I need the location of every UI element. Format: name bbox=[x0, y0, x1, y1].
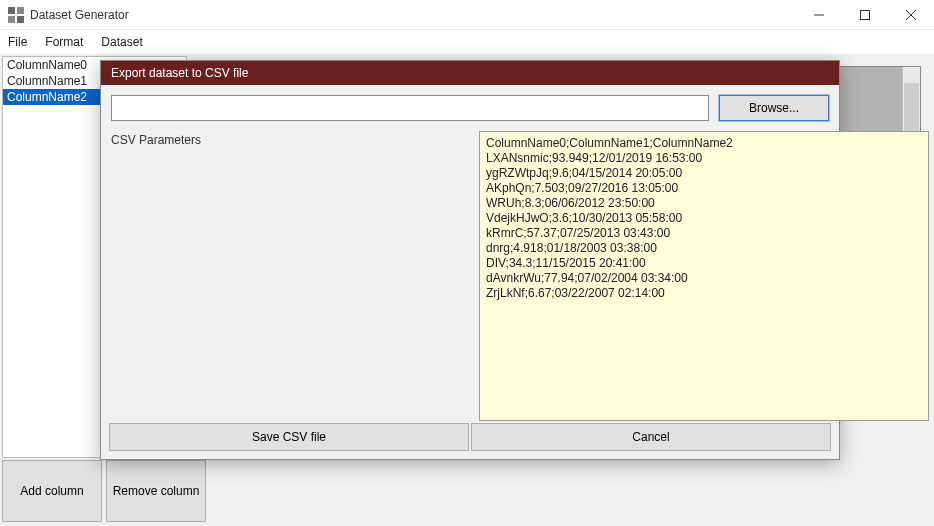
menu-dataset[interactable]: Dataset bbox=[101, 35, 142, 49]
file-path-input[interactable] bbox=[111, 95, 709, 121]
maximize-button[interactable] bbox=[842, 0, 888, 30]
close-button[interactable] bbox=[888, 0, 934, 30]
dialog-title: Export dataset to CSV file bbox=[101, 61, 839, 85]
csv-preview[interactable]: ColumnName0;ColumnName1;ColumnName2 LXAN… bbox=[479, 131, 929, 421]
app-icon bbox=[8, 7, 24, 23]
csv-parameters-label: CSV Parameters bbox=[111, 133, 201, 147]
cancel-button[interactable]: Cancel bbox=[471, 423, 831, 451]
menu-file[interactable]: File bbox=[8, 35, 27, 49]
title-bar: Dataset Generator bbox=[0, 0, 934, 30]
minimize-button[interactable] bbox=[796, 0, 842, 30]
save-csv-button[interactable]: Save CSV file bbox=[109, 423, 469, 451]
export-csv-dialog: Export dataset to CSV file Browse... CSV… bbox=[100, 60, 840, 460]
svg-rect-1 bbox=[861, 10, 870, 19]
window-title: Dataset Generator bbox=[30, 8, 796, 22]
menu-bar: File Format Dataset bbox=[0, 30, 934, 54]
menu-format[interactable]: Format bbox=[45, 35, 83, 49]
add-column-button[interactable]: Add column bbox=[2, 460, 102, 522]
remove-column-button[interactable]: Remove column bbox=[106, 460, 206, 522]
browse-button[interactable]: Browse... bbox=[719, 95, 829, 121]
